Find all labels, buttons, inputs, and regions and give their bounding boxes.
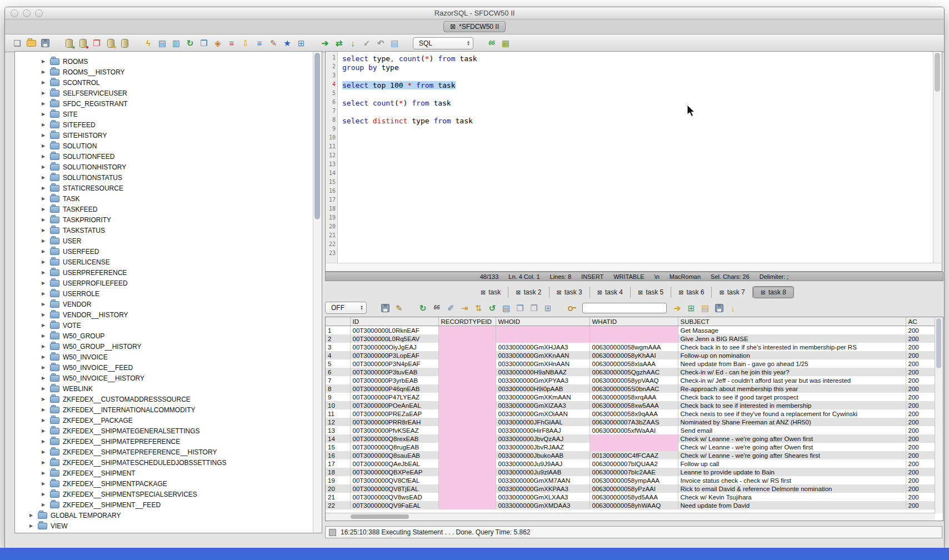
cell-whoid[interactable]: 0033000000Ju9zlAAB xyxy=(496,468,590,476)
cell-recordtypeid[interactable] xyxy=(438,384,496,393)
cell-whoid[interactable]: 0033000000H9aNBAAZ xyxy=(496,368,590,376)
align-sql-icon[interactable]: ≡ xyxy=(254,38,265,49)
tree-scrollbar[interactable] xyxy=(313,52,322,533)
cell-ac[interactable]: 200 xyxy=(906,476,935,484)
table-row[interactable]: 1300T3000000PfvKSEAZ0033000000HirF8AAJ00… xyxy=(326,426,935,434)
results-search-input[interactable] xyxy=(582,303,667,313)
cell-whatid[interactable]: 00630000007A3bZAAS xyxy=(590,418,678,426)
table-row[interactable]: 1500T3000000Q8rugEAB0033000000JbvRJAAZCh… xyxy=(326,443,935,451)
primary-key-icon[interactable] xyxy=(566,302,577,313)
cell-subject[interactable]: Check w/ Leanne - we're going after Owen… xyxy=(678,434,906,443)
row-limit-select[interactable]: OFF ▲▼ xyxy=(325,302,367,314)
cell-id[interactable]: 00T3000000P3yrbEAB xyxy=(350,376,438,384)
cell-rownum[interactable]: 8 xyxy=(326,384,350,393)
tree-item-rooms__history[interactable]: ▶ROOMS__HISTORY xyxy=(15,67,313,77)
tree-item-zkfedex__shipmategeneralsettings[interactable]: ▶ZKFEDEX__SHIPMATEGENERALSETTINGS xyxy=(15,426,313,436)
close-document-icon[interactable]: ⊠ xyxy=(450,23,456,31)
cell-recordtypeid[interactable] xyxy=(438,409,496,418)
editor-vertical-scrollbar[interactable] xyxy=(933,52,942,263)
refresh-results-icon[interactable]: ↻ xyxy=(417,302,428,313)
cell-whatid[interactable]: 006300000058yhWAAQ xyxy=(590,501,678,509)
cell-rownum[interactable]: 19 xyxy=(326,476,350,484)
cell-recordtypeid[interactable] xyxy=(438,468,496,476)
cell-whatid[interactable]: 006300000058ypVAAQ xyxy=(590,376,678,384)
tree-item-zkfedex__package[interactable]: ▶ZKFEDEX__PACKAGE xyxy=(15,415,313,426)
disclosure-triangle-icon[interactable]: ▶ xyxy=(42,281,47,286)
export-icon[interactable]: ⇩ xyxy=(240,38,251,49)
code-line[interactable] xyxy=(342,206,933,214)
cell-subject[interactable]: Rick to email David & reference Delmonte… xyxy=(678,484,906,493)
cell-whoid[interactable]: 0033000000GmXKmAAN xyxy=(496,393,590,401)
table-row[interactable]: 1600T3000000Q8sauEAB0033000000JbukoAAB00… xyxy=(326,451,935,459)
book-icon[interactable]: ❒ xyxy=(198,38,209,49)
cell-recordtypeid[interactable] xyxy=(438,426,496,434)
cell-id[interactable]: 00T3000000PRR8rEAH xyxy=(350,418,438,426)
table-row[interactable]: 1200T3000000PRR8rEAH0033000000JFhGlAAL00… xyxy=(326,418,935,426)
cell-subject[interactable]: Follow-up on nomination xyxy=(678,351,906,359)
cell-whoid[interactable]: 0033000000GmXPYAA3 xyxy=(496,376,590,384)
view-data-icon[interactable]: 66 xyxy=(431,302,442,313)
cell-id[interactable]: 00T3000000Q8sauEAB xyxy=(350,451,438,459)
table-row[interactable]: 300T3000000OiyJgEAJ0033000000GmXHJAA3006… xyxy=(326,343,935,351)
execute-all-icon[interactable]: ⇄ xyxy=(333,38,344,49)
disclosure-triangle-icon[interactable]: ▶ xyxy=(42,154,47,159)
code-line[interactable] xyxy=(342,143,933,152)
table-row[interactable]: 100T3000000L0RknEAFGet Massage200 xyxy=(326,326,935,335)
cell-rownum[interactable]: 10 xyxy=(326,401,350,409)
disclosure-triangle-icon[interactable]: ▶ xyxy=(42,228,47,233)
sql-mode-select[interactable]: SQL ▲▼ xyxy=(413,37,473,49)
cell-rownum[interactable]: 2 xyxy=(326,334,350,343)
cell-rownum[interactable]: 9 xyxy=(326,393,350,401)
results-options-icon[interactable]: ▦ xyxy=(500,38,511,49)
tree-item-sitehistory[interactable]: ▶SITEHISTORY xyxy=(15,130,313,141)
close-tab-icon[interactable]: ⊠ xyxy=(481,289,486,296)
result-tab-task-8[interactable]: ⊠task 8 xyxy=(753,286,794,298)
close-tab-icon[interactable]: ⊠ xyxy=(719,289,724,296)
result-tab-task-3[interactable]: ⊠task 3 xyxy=(550,287,590,298)
disclosure-triangle-icon[interactable]: ▶ xyxy=(29,523,34,528)
cell-ac[interactable]: 200 xyxy=(906,334,935,343)
cell-whoid[interactable]: 0033000000HirF8AAJ xyxy=(496,426,590,434)
cell-id[interactable]: 00T3000000QV8wsEAD xyxy=(350,493,438,501)
cell-recordtypeid[interactable] xyxy=(438,443,496,451)
tree-item-userrole[interactable]: ▶USERROLE xyxy=(15,288,313,299)
cell-id[interactable]: 00T3000000P3N4pEAF xyxy=(350,359,438,368)
cell-recordtypeid[interactable] xyxy=(438,368,496,376)
sql-editor[interactable]: 1234567891011121314151617181920212223 se… xyxy=(325,51,942,272)
tree-item-zkfedex__shipment__feed[interactable]: ▶ZKFEDEX__SHIPMENT__FEED xyxy=(15,499,313,510)
cell-id[interactable]: 00T3000000QAeJbEAL xyxy=(350,459,438,468)
cell-subject[interactable]: Invoice status check - check w/ RS first xyxy=(678,476,906,484)
cell-whoid[interactable]: 0033000000GmXHJAA3 xyxy=(496,343,590,351)
disclosure-triangle-icon[interactable]: ▶ xyxy=(42,439,47,444)
cell-subject[interactable]: Get Massage xyxy=(678,326,906,335)
cell-recordtypeid[interactable] xyxy=(438,484,496,493)
table-row[interactable]: 200T3000000L0Rq5EAVGive Jenn a BIG RAISE… xyxy=(326,334,935,343)
disclosure-triangle-icon[interactable]: ▶ xyxy=(42,259,47,264)
tree-item-w50_invoice[interactable]: ▶W50_INVOICE xyxy=(15,352,313,362)
tree-item-view[interactable]: ▶VIEW xyxy=(15,521,313,531)
close-tab-icon[interactable]: ⊠ xyxy=(557,289,562,296)
page-view-icon[interactable]: ❒ xyxy=(515,302,526,313)
cell-whatid[interactable]: 006300000058xlaAAA xyxy=(590,359,678,368)
tree-item-solutionfeed[interactable]: ▶SOLUTIONFEED xyxy=(15,151,313,162)
cell-subject[interactable]: Nominated by Shane Freeman at ANZ (HR50) xyxy=(678,418,906,426)
sort-rows-icon[interactable]: ⇅ xyxy=(473,302,484,313)
disclosure-triangle-icon[interactable]: ▶ xyxy=(42,122,47,127)
cell-rownum[interactable]: 22 xyxy=(326,501,350,509)
table-row[interactable]: 800T3000000P46qnEAB0033000000H9i0pAAB006… xyxy=(326,384,935,393)
table-row[interactable]: 1900T3000000QV8CfEAL0033000000GmXM7AAN00… xyxy=(326,476,935,484)
table-row[interactable]: 400T3000000P3LopEAF0033000000GmXKnAAN006… xyxy=(326,351,935,359)
cell-whatid[interactable] xyxy=(590,443,678,451)
cell-rownum[interactable]: 13 xyxy=(326,426,350,434)
disclosure-triangle-icon[interactable]: ▶ xyxy=(42,365,47,370)
tree-item-zkfedex__shipmatepreference[interactable]: ▶ZKFEDEX__SHIPMATEPREFERENCE xyxy=(15,436,313,447)
disclosure-triangle-icon[interactable]: ▶ xyxy=(42,407,47,412)
format-sql-icon[interactable]: 66 xyxy=(486,38,497,49)
tree-item-zkfedex__shipmentspecialservices[interactable]: ▶ZKFEDEX__SHIPMENTSPECIALSERVICES xyxy=(15,489,313,499)
cell-rownum[interactable]: 15 xyxy=(326,443,350,451)
code-line[interactable]: select top 100 * from task xyxy=(342,81,933,90)
copy-rows-icon[interactable]: ❐ xyxy=(528,302,540,313)
disclosure-triangle-icon[interactable]: ▶ xyxy=(42,397,47,402)
download-results-icon[interactable]: ↓ xyxy=(727,302,738,313)
close-tab-icon[interactable]: ⊠ xyxy=(597,289,602,296)
